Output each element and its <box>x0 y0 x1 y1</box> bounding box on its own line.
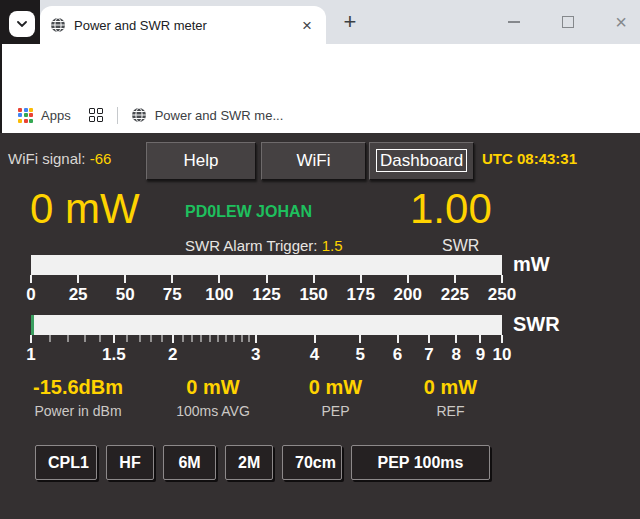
band-button-70cm[interactable]: 70cm <box>282 445 342 480</box>
swr-readout: 1.00 <box>410 188 492 230</box>
band-buttons-row: CPL1HF6M2M70cmPEP 100ms <box>35 445 490 480</box>
band-button-2m[interactable]: 2M <box>225 445 273 480</box>
major-tick <box>124 275 126 283</box>
tab-close-icon[interactable]: × <box>298 17 316 34</box>
tick-label: 1.5 <box>102 345 126 365</box>
tick-label: 10 <box>493 345 512 365</box>
window-close-button[interactable]: × <box>604 0 638 44</box>
minimize-button[interactable] <box>497 0 531 44</box>
tick-label: 7 <box>424 345 433 365</box>
minor-tick <box>162 335 163 342</box>
wifi-signal-value: -66 <box>90 150 112 167</box>
swr-alarm-label: SWR Alarm Trigger: <box>185 237 318 254</box>
swr-meter: SWR 11.52345678910 <box>0 315 640 375</box>
measurement-value: -15.6dBm <box>8 376 148 399</box>
minor-tick <box>226 335 227 342</box>
apps-grid-icon[interactable] <box>18 108 33 123</box>
measurement-label: PEP <box>278 403 393 419</box>
power-readout: 0 mW <box>30 188 140 230</box>
tick-label: 50 <box>116 285 135 305</box>
measurement-value: 0 mW <box>278 376 393 399</box>
band-button-hf[interactable]: HF <box>106 445 154 480</box>
squares-icon[interactable] <box>89 108 103 122</box>
tick-label: 200 <box>394 285 422 305</box>
minor-tick <box>182 335 183 342</box>
dashboard-button-label: Dashboard <box>376 149 467 172</box>
measurement-label: REF <box>393 403 508 419</box>
band-button-6m[interactable]: 6M <box>163 445 216 480</box>
bookmark-item[interactable]: Power and SWR me... <box>155 108 284 123</box>
tab-search-button[interactable] <box>9 11 35 37</box>
tick-label: 5 <box>355 345 364 365</box>
measurement-label: Power in dBm <box>8 403 148 419</box>
swr-alarm-value: 1.5 <box>322 237 343 254</box>
major-tick <box>172 335 174 343</box>
tick-label: 250 <box>488 285 516 305</box>
major-tick <box>266 275 268 283</box>
minimize-icon <box>508 21 520 23</box>
browser-tab[interactable]: Power and SWR meter × <box>40 6 326 44</box>
bookmarks-bar: Apps Power and SWR me... <box>0 97 640 133</box>
swr-meter-unit-label: SWR <box>513 313 560 336</box>
tick-label: 100 <box>205 285 233 305</box>
tick-label: 75 <box>163 285 182 305</box>
tick-label: 150 <box>299 285 327 305</box>
band-button-cpl1[interactable]: CPL1 <box>35 445 97 480</box>
tick-label: 2 <box>168 345 177 365</box>
major-tick <box>255 335 257 343</box>
tab-title: Power and SWR meter <box>74 18 298 33</box>
minor-tick <box>241 335 242 342</box>
major-tick <box>360 275 362 283</box>
minor-tick <box>50 335 51 342</box>
minor-tick <box>139 335 140 342</box>
minor-tick <box>201 335 202 342</box>
dashboard-button[interactable]: Dashboard <box>369 142 474 180</box>
minor-tick <box>127 335 128 342</box>
tick-label: 225 <box>441 285 469 305</box>
wifi-button[interactable]: WiFi <box>261 142 366 180</box>
major-tick <box>428 335 430 343</box>
minor-tick <box>68 335 69 342</box>
help-button[interactable]: Help <box>146 142 256 180</box>
bookmark-globe-icon <box>131 107 147 123</box>
measurement-value: 0 mW <box>148 376 278 399</box>
major-tick <box>314 335 316 343</box>
minor-tick <box>151 335 152 342</box>
swr-meter-bar <box>31 315 502 335</box>
swr-meter-scale: 11.52345678910 <box>31 335 502 371</box>
power-meter-unit-label: mW <box>513 253 550 276</box>
tick-label: 175 <box>347 285 375 305</box>
major-tick <box>359 335 361 343</box>
utc-clock: UTC 08:43:31 <box>482 150 577 167</box>
page-content: WiFi signal: -66 Help WiFi Dashboard UTC… <box>0 133 640 519</box>
window-close-icon: × <box>615 11 627 34</box>
major-tick <box>171 275 173 283</box>
globe-icon <box>50 17 66 33</box>
tick-label: 125 <box>252 285 280 305</box>
tab-strip: Power and SWR meter × + × <box>0 0 640 44</box>
maximize-icon <box>562 16 574 28</box>
power-meter: mW 0255075100125150175200225250 <box>0 255 640 315</box>
apps-label[interactable]: Apps <box>41 108 71 123</box>
browser-toolbar: Not secure powermeter.local ⋮ <box>0 44 640 97</box>
tick-label: 6 <box>393 345 402 365</box>
measurement-0: -15.6dBmPower in dBm <box>8 376 148 419</box>
major-tick <box>455 335 457 343</box>
wifi-signal-label: WiFi signal: <box>8 150 86 167</box>
major-tick <box>501 275 503 283</box>
swr-meter-fill <box>31 315 34 335</box>
tick-label: 8 <box>452 345 461 365</box>
band-button-pep-100ms[interactable]: PEP 100ms <box>351 445 490 480</box>
power-meter-bar <box>31 255 502 275</box>
major-tick <box>77 275 79 283</box>
tick-label: 1 <box>26 345 35 365</box>
measurement-label: 100ms AVG <box>148 403 278 419</box>
minor-tick <box>218 335 219 342</box>
major-tick <box>313 275 315 283</box>
new-tab-button[interactable]: + <box>336 8 364 36</box>
measurement-1: 0 mW100ms AVG <box>148 376 278 419</box>
wifi-signal: WiFi signal: -66 <box>8 150 111 167</box>
maximize-button[interactable] <box>551 0 585 44</box>
chevron-down-icon <box>17 21 27 27</box>
major-tick <box>454 275 456 283</box>
